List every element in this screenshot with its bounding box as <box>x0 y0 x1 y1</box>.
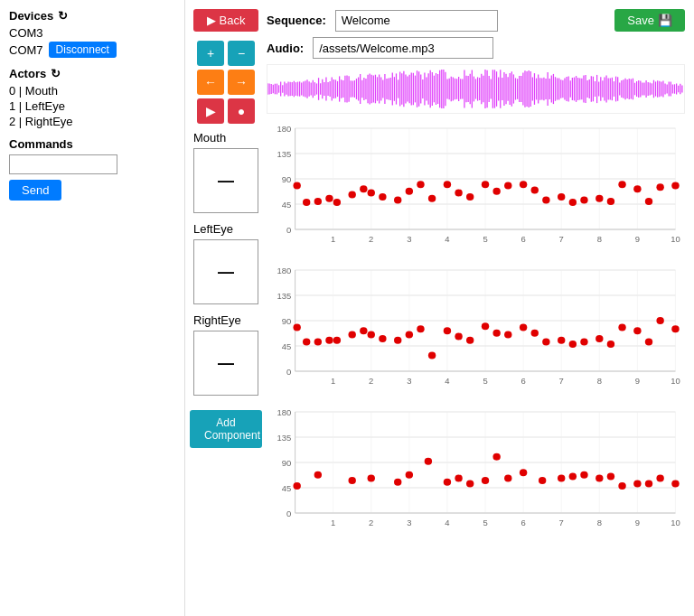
svg-point-398 <box>596 474 603 481</box>
svg-point-265 <box>444 181 451 188</box>
svg-point-339 <box>569 341 577 348</box>
svg-point-336 <box>531 330 539 337</box>
svg-point-335 <box>520 324 527 331</box>
sequence-label: Sequence: <box>267 14 326 27</box>
center-toolbar: ▶ Back + − ← → ▶ ● Mouth — LeftEye — <box>185 0 267 616</box>
svg-point-279 <box>618 181 625 188</box>
svg-point-318 <box>314 339 322 346</box>
send-button[interactable]: Send <box>9 180 61 201</box>
svg-text:10: 10 <box>671 235 680 244</box>
svg-point-283 <box>671 182 679 190</box>
svg-point-334 <box>504 331 511 339</box>
svg-point-347 <box>671 325 679 332</box>
svg-text:45: 45 <box>282 484 292 493</box>
svg-point-271 <box>520 181 527 188</box>
svg-text:1: 1 <box>331 235 335 244</box>
svg-text:9: 9 <box>635 518 640 527</box>
svg-point-260 <box>379 193 386 201</box>
svg-point-254 <box>314 198 322 205</box>
svg-text:90: 90 <box>282 175 292 184</box>
svg-point-344 <box>633 327 641 334</box>
back-icon: ▶ <box>207 14 216 27</box>
actors-refresh-icon[interactable]: ↻ <box>51 67 61 80</box>
next-button[interactable]: → <box>228 70 255 95</box>
svg-point-257 <box>348 191 355 198</box>
stop-button[interactable]: ● <box>228 98 255 124</box>
svg-point-392 <box>504 474 511 481</box>
play-button[interactable]: ▶ <box>197 98 224 124</box>
svg-point-396 <box>569 473 577 481</box>
svg-text:8: 8 <box>597 377 602 386</box>
svg-text:90: 90 <box>282 459 292 468</box>
svg-point-340 <box>580 339 587 346</box>
svg-text:5: 5 <box>483 235 487 244</box>
svg-text:45: 45 <box>282 201 292 210</box>
svg-point-273 <box>542 197 549 204</box>
sequence-input[interactable] <box>335 10 498 32</box>
save-button[interactable]: Save 💾 <box>614 9 685 32</box>
svg-point-327 <box>417 325 424 332</box>
devices-label: Devices <box>9 9 53 23</box>
svg-point-385 <box>406 471 413 479</box>
actor-0: 0 | Mouth <box>9 84 175 98</box>
svg-text:8: 8 <box>597 235 602 244</box>
com7-label: COM7 <box>9 43 43 57</box>
svg-text:6: 6 <box>520 235 525 244</box>
righteye-chart: 0459013518012345678910 <box>267 403 685 538</box>
svg-point-399 <box>607 473 614 481</box>
back-button[interactable]: ▶ Back <box>193 9 258 32</box>
waveform-container <box>267 64 685 114</box>
svg-text:2: 2 <box>369 518 373 527</box>
svg-text:5: 5 <box>483 518 487 527</box>
mouth-chart: 0459013518012345678910 <box>267 119 685 255</box>
mouth-preview: — <box>193 148 258 213</box>
svg-text:3: 3 <box>407 377 411 386</box>
audio-input[interactable] <box>313 37 493 59</box>
svg-point-259 <box>368 190 375 197</box>
svg-text:1: 1 <box>331 377 335 386</box>
svg-text:2: 2 <box>369 235 373 244</box>
svg-point-338 <box>558 337 565 344</box>
audio-bar: Audio: <box>267 37 685 59</box>
svg-text:2: 2 <box>369 377 373 386</box>
com7-row: COM7 Disconnect <box>9 42 175 58</box>
zoom-out-button[interactable]: − <box>228 41 255 66</box>
svg-point-328 <box>428 352 436 359</box>
svg-point-384 <box>394 479 401 486</box>
zoom-in-button[interactable]: + <box>197 41 224 66</box>
svg-text:135: 135 <box>277 292 292 301</box>
svg-point-387 <box>444 479 451 486</box>
svg-text:7: 7 <box>559 518 564 527</box>
lefteye-component: LeftEye — <box>193 220 258 310</box>
prev-button[interactable]: ← <box>197 70 224 95</box>
mouth-chart-section: 0459013518012345678910 <box>267 119 685 257</box>
lefteye-dash-icon: — <box>218 263 234 282</box>
svg-text:5: 5 <box>483 377 487 386</box>
svg-point-388 <box>455 474 462 481</box>
save-icon: 💾 <box>658 14 672 27</box>
svg-point-343 <box>618 324 625 331</box>
righteye-label: RightEye <box>193 313 241 327</box>
svg-point-261 <box>394 197 401 204</box>
svg-point-316 <box>293 324 300 331</box>
righteye-preview: — <box>193 331 258 396</box>
disconnect-button[interactable]: Disconnect <box>49 42 117 58</box>
command-input[interactable] <box>9 154 117 174</box>
svg-text:180: 180 <box>277 408 292 417</box>
svg-text:180: 180 <box>277 125 292 134</box>
devices-refresh-icon[interactable]: ↻ <box>58 9 68 23</box>
save-label: Save <box>627 14 654 27</box>
svg-text:8: 8 <box>597 518 602 527</box>
add-component-button[interactable]: Add Component <box>190 410 262 448</box>
actor-2: 2 | RightEye <box>9 115 175 128</box>
svg-point-269 <box>492 188 500 195</box>
svg-point-329 <box>444 327 451 334</box>
righteye-component: RightEye — <box>193 312 258 401</box>
commands-section: Commands Send <box>9 137 175 201</box>
svg-point-401 <box>633 481 641 488</box>
svg-point-380 <box>293 482 300 490</box>
svg-text:1: 1 <box>331 518 335 527</box>
svg-point-281 <box>645 198 652 205</box>
svg-point-258 <box>360 185 367 192</box>
svg-text:7: 7 <box>559 235 564 244</box>
